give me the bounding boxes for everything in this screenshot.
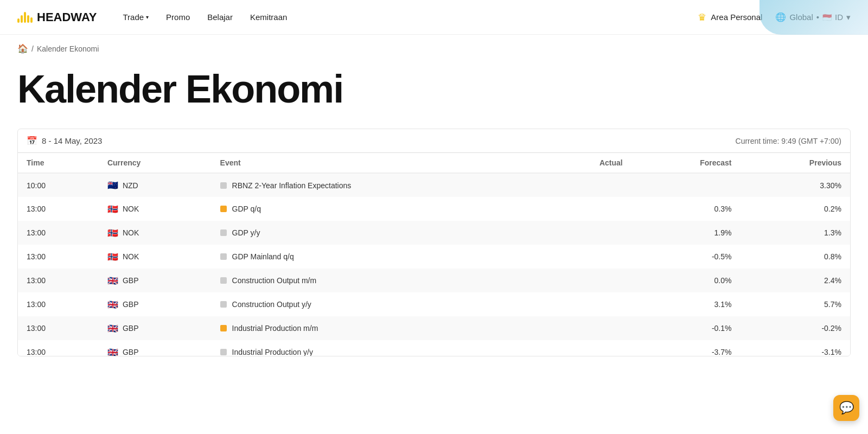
nav-trade[interactable]: Trade ▾ [123, 12, 149, 22]
time-cell: 13:00 [18, 269, 99, 292]
flag-icon: 🇳🇿 [107, 180, 118, 190]
event-cell: Industrial Production m/m [212, 316, 541, 340]
currency-label: GBP [123, 276, 139, 285]
time-cell: 13:00 [18, 221, 99, 245]
flag-icon: 🇬🇧 [107, 299, 118, 310]
forecast-cell: 3.1% [631, 292, 741, 316]
table-row[interactable]: 13:00 🇬🇧 GBP Industrial Production m/m -… [18, 316, 850, 340]
importance-dot [220, 277, 227, 284]
currency-cell: 🇳🇴 NOK [99, 245, 212, 269]
currency-cell: 🇳🇴 NOK [99, 197, 212, 221]
forecast-cell [631, 173, 741, 197]
currency-label: NOK [123, 205, 139, 213]
col-event: Event [212, 153, 541, 173]
breadcrumb: 🏠 / Kalender Ekonomi [0, 35, 868, 58]
previous-cell: 0.8% [740, 245, 850, 269]
currency-cell: 🇬🇧 GBP [99, 316, 212, 340]
currency-label: NOK [123, 228, 139, 237]
time-cell: 13:00 [18, 197, 99, 221]
event-cell: RBNZ 2-Year Inflation Expectations [212, 173, 541, 197]
event-name: Construction Output m/m [232, 276, 317, 285]
currency-cell: 🇬🇧 GBP [99, 340, 212, 356]
table-row[interactable]: 10:00 🇳🇿 NZD RBNZ 2-Year Inflation Expec… [18, 173, 850, 197]
previous-cell: 5.7% [740, 292, 850, 316]
forecast-cell: 1.9% [631, 221, 741, 245]
time-cell: 13:00 [18, 316, 99, 340]
currency-cell: 🇳🇴 NOK [99, 221, 212, 245]
trade-chevron-icon: ▾ [146, 14, 149, 20]
nav-belajar[interactable]: Belajar [207, 12, 233, 22]
event-cell: GDP y/y [212, 221, 541, 245]
forecast-cell: 0.0% [631, 269, 741, 292]
flag-icon: 🇬🇧 [107, 323, 118, 334]
col-forecast: Forecast [631, 153, 741, 173]
calendar-icon: 📅 [27, 136, 37, 146]
col-actual: Actual [541, 153, 631, 173]
time-cell: 13:00 [18, 292, 99, 316]
nav-promo[interactable]: Promo [166, 12, 190, 22]
brand-logo[interactable]: HEADWAY [17, 10, 97, 24]
economic-table: Time Currency Event Actual Forecast Prev… [18, 153, 850, 356]
table-row[interactable]: 13:00 🇳🇴 NOK GDP y/y 1.9% 1.3% [18, 221, 850, 245]
table-container[interactable]: 📅 8 - 14 May, 2023 Current time: 9:49 (G… [17, 129, 851, 356]
flag-icon: 🇳🇴 [107, 204, 118, 214]
previous-cell: -0.2% [740, 316, 850, 340]
actual-cell [541, 221, 631, 245]
col-time: Time [18, 153, 99, 173]
brand-name: HEADWAY [37, 10, 97, 24]
actual-cell [541, 173, 631, 197]
calendar-header: 📅 8 - 14 May, 2023 Current time: 9:49 (G… [18, 129, 850, 153]
actual-cell [541, 340, 631, 356]
flag-icon: 🇬🇧 [107, 276, 118, 286]
lang-chevron-icon: ▾ [846, 12, 851, 22]
actual-cell [541, 245, 631, 269]
event-name: Industrial Production y/y [232, 348, 313, 356]
time-cell: 13:00 [18, 245, 99, 269]
currency-cell: 🇬🇧 GBP [99, 269, 212, 292]
actual-cell [541, 269, 631, 292]
event-name: GDP q/q [232, 205, 261, 213]
globe-icon: 🌐 [775, 12, 786, 22]
breadcrumb-current: Kalender Ekonomi [37, 44, 99, 53]
table-row[interactable]: 13:00 🇬🇧 GBP Construction Output y/y 3.1… [18, 292, 850, 316]
current-time: Current time: 9:49 (GMT +7:00) [736, 137, 841, 145]
table-row[interactable]: 13:00 🇳🇴 NOK GDP Mainland q/q -0.5% 0.8% [18, 245, 850, 269]
currency-label: NZD [123, 181, 138, 190]
previous-cell: -3.1% [740, 340, 850, 356]
event-cell: Construction Output y/y [212, 292, 541, 316]
actual-cell [541, 316, 631, 340]
importance-dot [220, 206, 227, 212]
forecast-cell: -0.1% [631, 316, 741, 340]
event-name: GDP Mainland q/q [232, 252, 294, 261]
dot-separator: • [816, 12, 819, 22]
event-name: GDP y/y [232, 228, 260, 237]
table-row[interactable]: 13:00 🇬🇧 GBP Construction Output m/m 0.0… [18, 269, 850, 292]
nav-kemitraan[interactable]: Kemitraan [250, 12, 287, 22]
previous-cell: 0.2% [740, 197, 850, 221]
time-cell: 10:00 [18, 173, 99, 197]
home-icon[interactable]: 🏠 [17, 43, 28, 54]
area-personal-link[interactable]: ♛ Area Personal [698, 11, 762, 23]
lang-selector[interactable]: 🌐 Global • 🇮🇩 ID ▾ [775, 12, 851, 22]
importance-dot [220, 229, 227, 236]
flag-icon: 🇬🇧 [107, 347, 118, 357]
table-row[interactable]: 13:00 🇬🇧 GBP Industrial Production y/y -… [18, 340, 850, 356]
actual-cell [541, 292, 631, 316]
importance-dot [220, 325, 227, 331]
previous-cell: 3.30% [740, 173, 850, 197]
previous-cell: 1.3% [740, 221, 850, 245]
actual-cell [541, 197, 631, 221]
event-cell: Industrial Production y/y [212, 340, 541, 356]
currency-label: GBP [123, 324, 139, 333]
date-range-text: 8 - 14 May, 2023 [42, 136, 102, 145]
event-cell: Construction Output m/m [212, 269, 541, 292]
table-row[interactable]: 13:00 🇳🇴 NOK GDP q/q 0.3% 0.2% [18, 197, 850, 221]
nav-right: ♛ Area Personal 🌐 Global • 🇮🇩 ID ▾ [698, 11, 851, 23]
event-name: RBNZ 2-Year Inflation Expectations [232, 181, 352, 190]
date-range[interactable]: 📅 8 - 14 May, 2023 [27, 136, 102, 146]
crown-icon: ♛ [698, 11, 706, 23]
event-cell: GDP Mainland q/q [212, 245, 541, 269]
currency-label: GBP [123, 300, 139, 309]
currency-label: NOK [123, 252, 139, 261]
importance-dot [220, 253, 227, 260]
